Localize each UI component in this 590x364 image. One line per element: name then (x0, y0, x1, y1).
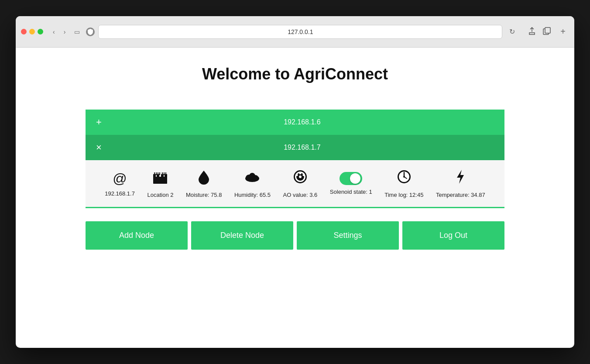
castle-icon (152, 169, 168, 188)
clock-icon (396, 169, 412, 188)
sensor-solenoid: Solenoid state: 1 (330, 172, 372, 195)
svg-rect-7 (154, 172, 155, 175)
cloud-icon (244, 169, 261, 188)
security-icon (86, 27, 95, 36)
browser-chrome: ‹ › ▭ 127.0.0.1 ↻ + (16, 16, 574, 48)
sidebar-button[interactable]: ▭ (72, 27, 82, 37)
page-title: Welcome to AgriConnect (42, 65, 548, 83)
node-details-2: @ 192.168.1.7 (86, 160, 504, 208)
bolt-icon (453, 169, 468, 188)
svg-rect-9 (158, 172, 158, 175)
reload-button[interactable]: ↻ (506, 26, 518, 38)
minimize-button[interactable] (29, 29, 35, 34)
svg-rect-11 (162, 172, 163, 175)
gauge-icon (292, 169, 308, 188)
svg-point-23 (299, 172, 301, 175)
sensor-moisture: Moisture: 75.8 (186, 169, 222, 198)
sensor-ip: @ 192.168.1.7 (105, 171, 135, 197)
node-ip-1: 192.168.1.6 (110, 118, 494, 126)
back-button[interactable]: ‹ (50, 27, 58, 37)
address-bar[interactable]: 127.0.0.1 (98, 25, 502, 39)
sensor-ao: AO value: 3.6 (283, 169, 318, 198)
share-button[interactable] (525, 25, 539, 38)
node-row-2[interactable]: × 192.168.1.7 (86, 135, 504, 160)
svg-rect-12 (164, 172, 165, 175)
svg-point-24 (302, 174, 305, 176)
sensor-timelog: Time log: 12:45 (384, 169, 423, 198)
page-content: Welcome to AgriConnect + 192.168.1.6 × 1… (16, 48, 574, 267)
svg-rect-13 (165, 172, 166, 175)
svg-point-30 (403, 176, 405, 178)
sensor-ao-label: AO value: 3.6 (283, 192, 318, 198)
sensor-humidity: Humidity: 65.5 (234, 169, 271, 198)
solenoid-toggle[interactable] (340, 172, 362, 185)
drop-icon (196, 169, 212, 188)
nodes-container: + 192.168.1.6 × 192.168.1.7 @ 192.168.1.… (86, 110, 504, 208)
toggle-knob (350, 173, 360, 184)
traffic-lights (21, 29, 43, 34)
browser-actions (525, 25, 553, 38)
close-button[interactable] (21, 29, 27, 34)
sensor-timelog-label: Time log: 12:45 (384, 192, 423, 198)
sensor-moisture-label: Moisture: 75.8 (186, 192, 222, 198)
svg-point-25 (299, 175, 302, 178)
url-text: 127.0.0.1 (288, 28, 313, 35)
svg-rect-10 (159, 172, 160, 175)
svg-point-18 (249, 173, 255, 179)
sensor-temperature: Temperature: 34.87 (436, 169, 485, 198)
action-buttons: Add Node Delete Node Settings Log Out (86, 221, 504, 250)
sensor-humidity-label: Humidity: 65.5 (234, 192, 271, 198)
duplicate-button[interactable] (540, 25, 553, 38)
logout-button[interactable]: Log Out (402, 221, 504, 250)
sensor-solenoid-label: Solenoid state: 1 (330, 189, 372, 195)
node-toggle-2[interactable]: × (96, 143, 102, 152)
svg-rect-1 (545, 27, 550, 33)
svg-marker-31 (457, 170, 464, 184)
svg-rect-8 (156, 172, 157, 175)
sensor-ip-label: 192.168.1.7 (105, 190, 135, 197)
forward-button[interactable]: › (61, 27, 69, 37)
svg-point-22 (295, 174, 298, 176)
node-toggle-1[interactable]: + (96, 117, 102, 127)
sensor-location-label: Location 2 (147, 192, 173, 198)
fullscreen-button[interactable] (38, 29, 43, 34)
browser-window: ‹ › ▭ 127.0.0.1 ↻ + Welcome to AgriConne… (16, 16, 574, 348)
add-node-button[interactable]: Add Node (86, 221, 188, 250)
settings-button[interactable]: Settings (297, 221, 399, 250)
node-ip-2: 192.168.1.7 (110, 144, 494, 151)
at-icon: @ (113, 171, 127, 187)
sensor-location: Location 2 (147, 169, 173, 198)
svg-rect-14 (159, 179, 161, 184)
node-row-1[interactable]: + 192.168.1.6 (86, 110, 504, 135)
sensor-temperature-label: Temperature: 34.87 (436, 192, 485, 198)
delete-node-button[interactable]: Delete Node (191, 221, 293, 250)
new-tab-button[interactable]: + (557, 27, 569, 37)
